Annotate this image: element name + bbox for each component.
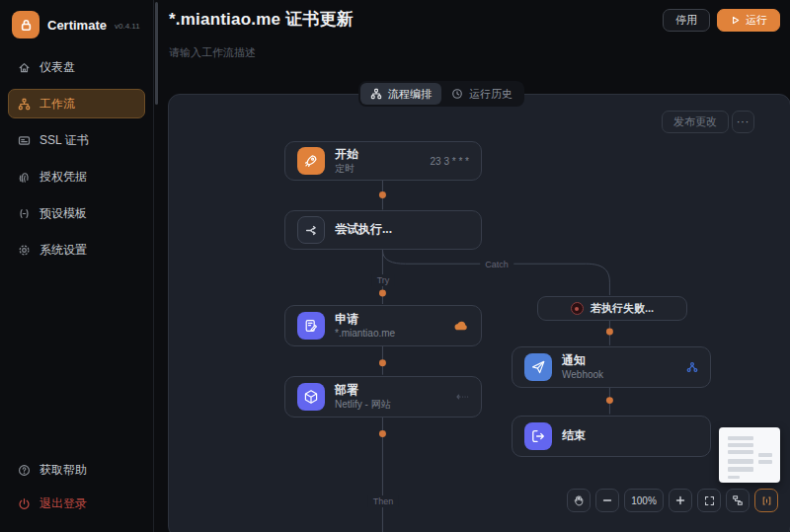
power-icon [18, 497, 31, 510]
auto-layout-button[interactable] [726, 489, 750, 512]
node-notify[interactable]: 通知 Webhook [512, 346, 711, 388]
fit-view-button[interactable] [697, 489, 721, 512]
sidebar-menu: 仪表盘 工作流 SSL 证书 授权凭据 预设模板 系统设置 [0, 52, 153, 265]
branch-label-then: Then [368, 495, 399, 507]
lock-icon [12, 11, 40, 38]
settings-icon [18, 244, 31, 257]
node-subtitle: 定时 [335, 163, 358, 174]
node-end[interactable]: 结束 [512, 416, 711, 457]
sidebar-item-label: 授权凭据 [40, 169, 87, 186]
exit-icon [524, 422, 552, 450]
cron-expression: 23 3 * * * [431, 156, 469, 167]
fit-view-icon [704, 495, 715, 506]
node-title: 申请 [335, 313, 395, 326]
minimap-node-bar [728, 443, 753, 447]
tab-label: 流程编排 [388, 87, 432, 102]
workflow-description-placeholder[interactable]: 请输入工作流描述 [169, 45, 256, 60]
tab-flow-editor[interactable]: 流程编排 [360, 83, 441, 105]
minus-icon [602, 495, 612, 505]
canvas-tabbar: 流程编排 运行历史 [358, 81, 524, 107]
more-options-button[interactable]: ··· [732, 111, 754, 133]
node-subtitle: Netlify - 网站 [335, 399, 391, 410]
sidebar-item-workflows[interactable]: 工作流 [8, 89, 145, 118]
run-button[interactable]: 运行 [717, 9, 780, 32]
deploy-meta-icon [455, 393, 469, 401]
package-box-icon [297, 383, 325, 411]
sidebar-item-label: 系统设置 [40, 242, 87, 259]
zoom-out-button[interactable] [595, 489, 619, 512]
node-try-block[interactable]: 尝试执行... [284, 210, 482, 250]
canvas-toolbar: 发布更改 ··· [662, 111, 754, 133]
flow-icon [370, 88, 382, 100]
sidebar-item-label: 获取帮助 [40, 462, 87, 479]
node-title: 部署 [335, 384, 391, 397]
sidebar-item-label: 仪表盘 [40, 59, 75, 76]
canvas-controls: 100% [567, 489, 778, 512]
node-subtitle: *.miantiao.me [335, 328, 395, 339]
workflow-icon [18, 98, 31, 111]
app-logo[interactable]: Certimate v0.4.11 [0, 0, 153, 52]
branch-label-try: Try [372, 274, 395, 286]
document-pen-icon [297, 312, 325, 340]
cloud-provider-icon [454, 321, 469, 331]
scrollbar-thumb[interactable] [155, 2, 158, 105]
zoom-in-button[interactable] [669, 489, 692, 512]
workflow-canvas[interactable]: 发布更改 ··· Try Catch [168, 94, 790, 532]
minimap-toggle-button[interactable] [754, 489, 778, 512]
node-title: 通知 [562, 354, 603, 367]
sidebar-footer: 获取帮助 退出登录 [8, 455, 145, 522]
failure-record-icon [571, 302, 584, 315]
app-version: v0.4.11 [115, 22, 140, 31]
sidebar: Certimate v0.4.11 仪表盘 工作流 SSL 证书 授权凭据 [0, 0, 154, 532]
sidebar-item-label: 预设模板 [40, 205, 87, 222]
sidebar-item-label: 工作流 [40, 96, 75, 113]
node-title: 开始 [335, 148, 358, 161]
zoom-level[interactable]: 100% [624, 489, 664, 512]
node-title: 结束 [562, 429, 586, 442]
app-name: Certimate [47, 18, 107, 33]
node-on-failure[interactable]: 若执行失败... [537, 296, 687, 321]
publish-changes-button[interactable]: 发布更改 [662, 111, 729, 133]
node-title: 若执行失败... [591, 301, 654, 316]
sidebar-item-ssl-certificates[interactable]: SSL 证书 [8, 125, 145, 155]
sidebar-item-logout[interactable]: 退出登录 [8, 489, 145, 518]
sidebar-item-templates[interactable]: 预设模板 [8, 198, 145, 228]
app-root: Certimate v0.4.11 仪表盘 工作流 SSL 证书 授权凭据 [0, 0, 790, 532]
minimap-node-bar [728, 467, 753, 472]
sidebar-item-dashboard[interactable]: 仪表盘 [8, 52, 145, 82]
page-title: *.miantiao.me 证书更新 [169, 8, 354, 31]
certificate-icon [18, 134, 31, 147]
hand-icon [573, 494, 585, 506]
run-button-label: 运行 [746, 13, 767, 28]
pan-hand-button[interactable] [567, 489, 591, 512]
node-subtitle: Webhook [562, 369, 603, 380]
node-apply-certificate[interactable]: 申请 *.miantiao.me [284, 305, 482, 346]
minimap-node-bar [728, 436, 753, 440]
node-deploy[interactable]: 部署 Netlify - 网站 [284, 376, 482, 418]
minimap[interactable] [719, 427, 780, 483]
help-icon [18, 464, 31, 477]
minimap-node-bar [728, 476, 740, 479]
node-start[interactable]: 开始 定时 23 3 * * * [284, 141, 482, 181]
sidebar-item-help[interactable]: 获取帮助 [8, 455, 145, 485]
disable-button[interactable]: 停用 [663, 9, 710, 32]
tab-label: 运行历史 [469, 87, 513, 102]
home-icon [18, 61, 31, 74]
sidebar-item-label: SSL 证书 [40, 132, 89, 149]
sidebar-item-label: 退出登录 [40, 495, 87, 512]
node-title: 尝试执行... [335, 223, 392, 236]
tab-run-history[interactable]: 运行历史 [441, 83, 522, 105]
template-icon [18, 207, 31, 220]
rocket-icon [297, 147, 325, 175]
sidebar-item-settings[interactable]: 系统设置 [8, 235, 145, 265]
auto-layout-icon [732, 494, 744, 506]
minimap-node-bar [758, 453, 772, 457]
sidebar-item-credentials[interactable]: 授权凭据 [8, 162, 145, 191]
credentials-icon [18, 171, 31, 184]
minimap-node-bar [728, 459, 753, 464]
play-icon [730, 15, 741, 26]
branch-label-catch: Catch [480, 259, 514, 270]
branch-split-icon [297, 216, 325, 244]
webhook-share-icon [686, 361, 698, 373]
plus-icon [675, 495, 685, 505]
